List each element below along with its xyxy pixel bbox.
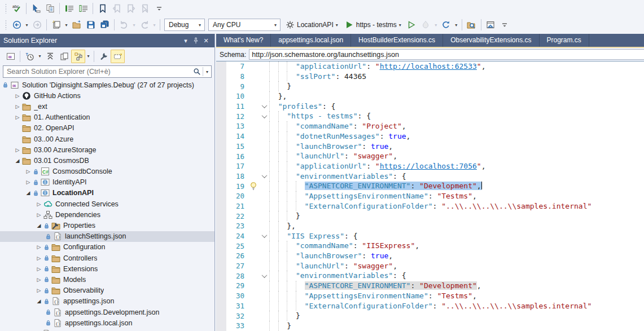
- breakpoint-margin[interactable]: [216, 281, 226, 291]
- code-text[interactable]: "sslPort": 44365: [269, 72, 366, 82]
- code-line[interactable]: 9}: [216, 81, 644, 91]
- breakpoint-margin[interactable]: [216, 121, 226, 131]
- document-tab[interactable]: appsettings.local.json: [271, 34, 351, 47]
- code-text[interactable]: "launchUrl": "swagger",: [269, 151, 397, 161]
- open-files-filter-button[interactable]: T: [23, 50, 37, 63]
- startup-project-dropdown[interactable]: LocationAPI▾: [282, 18, 341, 32]
- toolbar-overflow-button[interactable]: [152, 2, 166, 15]
- code-line[interactable]: 26"launchBrowser": true,: [216, 251, 644, 261]
- breakpoint-margin[interactable]: [216, 201, 226, 211]
- undo-button[interactable]: [117, 18, 131, 32]
- code-line[interactable]: 17"applicationUrl": "https://localhost:7…: [216, 161, 644, 171]
- code-text[interactable]: "ExternalConfigurationFolder": "..\\..\\…: [269, 301, 592, 311]
- breakpoint-margin[interactable]: [216, 221, 226, 231]
- dropdown-caret-icon[interactable]: ▾: [433, 18, 439, 32]
- tree-item[interactable]: ▷Connected Services: [0, 198, 214, 209]
- tree-item[interactable]: ▷Extensions: [0, 263, 214, 274]
- breakpoint-margin[interactable]: [216, 321, 226, 331]
- document-tab[interactable]: Program.cs: [540, 34, 589, 47]
- search-icon[interactable]: [191, 66, 203, 77]
- run-button[interactable]: https - testms▾: [341, 18, 405, 32]
- breakpoint-margin[interactable]: [216, 101, 226, 112]
- code-text[interactable]: "applicationUrl": "http://localhost:6253…: [269, 61, 485, 72]
- code-line[interactable]: 16"launchUrl": "swagger",: [216, 151, 644, 161]
- pin-icon[interactable]: [191, 36, 201, 46]
- expand-arrow-icon[interactable]: ▷: [24, 169, 33, 174]
- breakpoint-margin[interactable]: [216, 72, 226, 82]
- code-text[interactable]: "launchUrl": "swagger",: [269, 261, 397, 271]
- preview-selected-items-button[interactable]: [111, 50, 125, 63]
- code-line[interactable]: 7"applicationUrl": "http://localhost:625…: [216, 61, 644, 72]
- code-text[interactable]: "profiles": {: [269, 101, 335, 112]
- spell-check-button[interactable]: abc: [10, 2, 24, 15]
- code-line[interactable]: 21"ExternalConfigurationFolder": "..\\..…: [216, 201, 644, 211]
- tree-item[interactable]: ∞Solution 'Diginsight.Samples.Debug' (27…: [0, 80, 214, 90]
- code-text[interactable]: "https - testms": {: [269, 111, 371, 121]
- dropdown-caret-icon[interactable]: ▾: [453, 18, 459, 32]
- fold-margin[interactable]: [259, 104, 269, 108]
- toolbar-drag-handle[interactable]: [5, 20, 7, 30]
- fold-margin[interactable]: [259, 274, 269, 278]
- code-text[interactable]: },: [269, 91, 287, 101]
- fold-collapse-icon[interactable]: [261, 173, 267, 178]
- back-button[interactable]: [10, 18, 24, 32]
- collapse-all-button[interactable]: [43, 50, 57, 63]
- code-line[interactable]: 22}: [216, 211, 644, 221]
- code-text[interactable]: "launchBrowser": true,: [269, 251, 393, 261]
- tree-item[interactable]: 03..00 Azure: [0, 134, 214, 144]
- hot-reload-button[interactable]: [419, 18, 433, 32]
- code-text[interactable]: "ASPNETCORE_ENVIRONMENT": "Development",: [269, 181, 482, 191]
- code-line[interactable]: 29"ASPNETCORE_ENVIRONMENT": "Development…: [216, 281, 644, 291]
- search-options-caret-icon[interactable]: ▾: [203, 69, 211, 74]
- code-text[interactable]: "ExternalConfigurationFolder": "..\\..\\…: [269, 201, 592, 211]
- tree-item[interactable]: ▷Controllers: [0, 253, 214, 263]
- breakpoint-margin[interactable]: [216, 91, 226, 101]
- code-line[interactable]: 11"profiles": {: [216, 101, 644, 112]
- breakpoint-margin[interactable]: [216, 301, 226, 311]
- open-folder-button[interactable]: [69, 18, 84, 32]
- fold-margin[interactable]: [259, 114, 269, 118]
- code-text[interactable]: "environmentVariables": {: [269, 271, 406, 281]
- expand-arrow-icon[interactable]: ▷: [13, 104, 22, 109]
- fold-collapse-icon[interactable]: [261, 113, 267, 118]
- solution-home-button[interactable]: [484, 18, 498, 32]
- code-line[interactable]: 32}: [216, 311, 644, 321]
- code-line[interactable]: 23},: [216, 221, 644, 231]
- breakpoint-margin[interactable]: [216, 171, 226, 182]
- collapse-arrow-icon[interactable]: ◢: [24, 190, 33, 196]
- code-text[interactable]: }: [269, 211, 300, 221]
- platform-combo[interactable]: Any CPU▾: [208, 19, 281, 31]
- restart-button[interactable]: [439, 18, 453, 32]
- code-line[interactable]: 24"IIS Express": {: [216, 231, 644, 241]
- fold-margin[interactable]: [259, 234, 269, 238]
- collapse-arrow-icon[interactable]: ◢: [34, 223, 43, 228]
- breakpoint-margin[interactable]: [216, 241, 226, 251]
- expand-arrow-icon[interactable]: ▷: [34, 244, 43, 250]
- fold-collapse-icon[interactable]: [261, 103, 267, 108]
- code-line[interactable]: 15"launchBrowser": true,: [216, 142, 644, 152]
- code-line[interactable]: 33}: [216, 321, 644, 331]
- code-text[interactable]: "AppsettingsEnvironmentName": "Testms",: [269, 291, 477, 301]
- breakpoint-margin[interactable]: [216, 251, 226, 261]
- expand-arrow-icon[interactable]: ▷: [13, 147, 22, 153]
- code-line[interactable]: 18"environmentVariables": {: [216, 171, 644, 182]
- breakpoint-margin[interactable]: [216, 161, 226, 171]
- code-line[interactable]: 12"https - testms": {: [216, 111, 644, 121]
- code-text[interactable]: "AppsettingsEnvironmentName": "Testms",: [269, 191, 477, 201]
- code-line[interactable]: 10},: [216, 91, 644, 101]
- code-text[interactable]: "ASPNETCORE_ENVIRONMENT": "Development",: [269, 281, 481, 291]
- show-all-files-button[interactable]: [57, 50, 71, 63]
- new-item-button[interactable]: [49, 18, 63, 32]
- document-tab[interactable]: HostBuilderExtensions.cs: [351, 34, 443, 47]
- sync-with-active-document-button[interactable]: [71, 50, 85, 63]
- toolbar-drag-handle[interactable]: [5, 3, 7, 14]
- code-line[interactable]: 20"AppsettingsEnvironmentName": "Testms"…: [216, 191, 644, 201]
- code-line[interactable]: 27"launchUrl": "swagger",: [216, 261, 644, 271]
- navigate-cursor-button[interactable]: [29, 2, 43, 15]
- code-line[interactable]: 14"dotnetRunMessages": true,: [216, 131, 644, 142]
- breakpoint-margin[interactable]: [216, 271, 226, 281]
- breakpoint-margin[interactable]: [216, 131, 226, 142]
- code-line[interactable]: 28"environmentVariables": {: [216, 271, 644, 281]
- uncomment-lines-button[interactable]: [76, 2, 90, 15]
- breakpoint-margin[interactable]: [216, 61, 226, 72]
